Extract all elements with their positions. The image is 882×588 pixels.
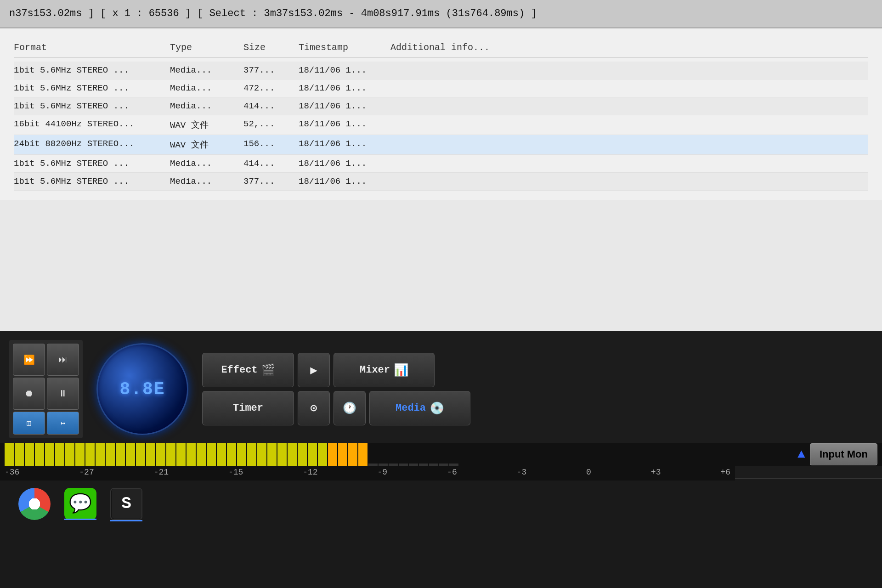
vu-bar-31: [318, 443, 327, 466]
cell-size: 377...: [243, 176, 299, 187]
cell-type: WAV 文件: [170, 119, 243, 131]
effect-button[interactable]: Effect 🎬: [202, 353, 294, 387]
scale-36: -36: [5, 468, 19, 477]
timer-button[interactable]: Timer: [202, 391, 294, 425]
vu-meter-area: ▲ Input Mon: [0, 443, 882, 466]
vu-scale: -36 -27 -21 -15 -12 -9 -6 -3 0 +3 +6: [0, 466, 735, 481]
skip-next-button[interactable]: ⏭: [47, 344, 79, 376]
vu-bar-39: [399, 464, 408, 466]
play-icon: ▶: [310, 363, 317, 378]
taskbar-item-wechat[interactable]: 💬: [64, 488, 96, 520]
vu-bar-37: [379, 464, 388, 466]
vu-bar-29: [298, 443, 307, 466]
cell-type: Media...: [170, 65, 243, 75]
vu-bar-7: [75, 443, 85, 466]
mixer-button[interactable]: Mixer 📊: [334, 353, 435, 387]
table-row[interactable]: 24bit 88200Hz STEREO... WAV 文件 156... 18…: [14, 135, 868, 155]
table-row[interactable]: 16bit 44100Hz STEREO... WAV 文件 52,... 18…: [14, 115, 868, 135]
input-mon-button[interactable]: Input Mon: [810, 443, 877, 465]
table-row[interactable]: 1bit 5.6MHz STEREO ... Media... 414... 1…: [14, 97, 868, 115]
vu-bar-3: [35, 443, 44, 466]
clock-button[interactable]: 🕐: [334, 391, 366, 425]
cell-timestamp: 18/11/06 1...: [299, 65, 390, 75]
vu-bar-32: [328, 443, 337, 466]
cell-format: 1bit 5.6MHz STEREO ...: [14, 176, 170, 187]
cell-timestamp: 18/11/06 1...: [299, 83, 390, 93]
table-row[interactable]: 1bit 5.6MHz STEREO ... Media... 377... 1…: [14, 62, 868, 79]
soundforge-icon[interactable]: S: [110, 488, 142, 520]
cell-timestamp: 18/11/06 1...: [299, 158, 390, 169]
knob-display[interactable]: 8.8E: [96, 343, 188, 435]
fast-forward-button[interactable]: ⏩: [13, 344, 45, 376]
vu-bar-30: [308, 443, 317, 466]
pause-button[interactable]: ⏸: [47, 378, 79, 410]
loop-out-button[interactable]: ↦: [47, 412, 79, 435]
col-header-timestamp: Timestamp: [299, 42, 390, 53]
vu-bar-22: [227, 443, 236, 466]
vu-bar-44: [449, 464, 458, 466]
scale-p3: +3: [651, 468, 661, 477]
play-button[interactable]: ▶: [298, 353, 330, 387]
vu-bar-12: [126, 443, 135, 466]
vu-bars: [5, 443, 797, 466]
cell-size: 472...: [243, 83, 299, 93]
table-row[interactable]: 1bit 5.6MHz STEREO ... Media... 472... 1…: [14, 79, 868, 97]
file-table: Format Type Size Timestamp Additional in…: [0, 28, 882, 200]
cell-size: 414...: [243, 101, 299, 111]
cell-timestamp: 18/11/06 1...: [299, 139, 390, 151]
vu-bar-4: [45, 443, 54, 466]
top-area: n37s153.02ms ] [ x 1 : 65536 ] [ Select …: [0, 0, 882, 331]
wechat-icon[interactable]: 💬: [64, 488, 96, 520]
record-button[interactable]: ⏺: [13, 378, 45, 410]
vu-bar-26: [267, 443, 277, 466]
vu-bar-25: [257, 443, 266, 466]
vu-bar-1: [15, 443, 24, 466]
vu-bar-36: [368, 464, 378, 466]
media-button[interactable]: Media 💿: [369, 391, 470, 425]
scale-3: -3: [517, 468, 527, 477]
col-header-additional: Additional info...: [390, 42, 868, 53]
right-buttons-row2: Timer ⊙ 🕐 Media 💿: [202, 391, 470, 425]
scale-6: -6: [447, 468, 457, 477]
vu-bar-40: [409, 464, 418, 466]
vu-bar-15: [156, 443, 165, 466]
taskbar-item-chrome[interactable]: [18, 488, 51, 520]
record-circle-button[interactable]: ⊙: [298, 391, 330, 425]
vu-bar-43: [439, 464, 448, 466]
cell-format: 24bit 88200Hz STEREO...: [14, 139, 170, 151]
clock-icon: 🕐: [343, 401, 356, 415]
vu-bar-28: [288, 443, 297, 466]
vu-bar-0: [5, 443, 14, 466]
knob-value: 8.8E: [119, 379, 165, 399]
cell-type: Media...: [170, 83, 243, 93]
transport-area: ⏩ ⏭ ⏺ ⏸ ◫ ↦ 8.8E Effect 🎬 ▶ Mix: [0, 331, 882, 478]
scale-p6: +6: [720, 468, 730, 477]
vu-bar-10: [106, 443, 115, 466]
media-label: Media: [396, 402, 426, 414]
status-bar: n37s153.02ms ] [ x 1 : 65536 ] [ Select …: [0, 0, 882, 28]
table-row[interactable]: 1bit 5.6MHz STEREO ... Media... 414... 1…: [14, 155, 868, 173]
vu-bar-2: [25, 443, 34, 466]
mixer-label: Mixer: [360, 364, 390, 376]
vu-marker: ▲: [797, 447, 805, 462]
cell-format: 1bit 5.6MHz STEREO ...: [14, 158, 170, 169]
col-header-size: Size: [243, 42, 299, 53]
vu-bar-9: [96, 443, 105, 466]
scale-0: 0: [586, 468, 591, 477]
vu-bar-34: [348, 443, 357, 466]
vu-bar-18: [187, 443, 196, 466]
vu-bar-13: [136, 443, 145, 466]
cell-format: 1bit 5.6MHz STEREO ...: [14, 101, 170, 111]
table-header: Format Type Size Timestamp Additional in…: [14, 38, 868, 58]
vu-bar-20: [207, 443, 216, 466]
chrome-icon[interactable]: [18, 488, 51, 520]
loop-in-button[interactable]: ◫: [13, 412, 45, 435]
vu-bar-38: [389, 464, 398, 466]
taskbar-item-soundforge[interactable]: S: [110, 488, 142, 520]
vu-bar-8: [85, 443, 95, 466]
media-icon: 💿: [430, 401, 444, 416]
table-row[interactable]: 1bit 5.6MHz STEREO ... Media... 377... 1…: [14, 173, 868, 191]
cell-timestamp: 18/11/06 1...: [299, 119, 390, 131]
cell-type: Media...: [170, 176, 243, 187]
vu-bar-17: [176, 443, 186, 466]
